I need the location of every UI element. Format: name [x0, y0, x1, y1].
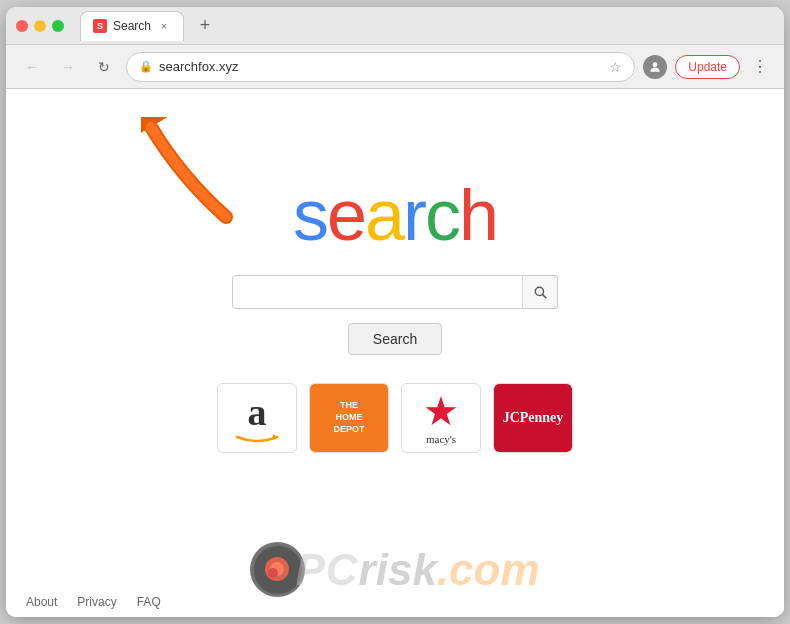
logo-letter-s: s — [293, 175, 327, 255]
logo-letter-h: h — [459, 175, 497, 255]
svg-point-5 — [265, 557, 289, 581]
search-logo: search — [293, 179, 497, 251]
tab-favicon: S — [93, 19, 107, 33]
maximize-button[interactable] — [52, 20, 64, 32]
shortcuts-row: a THEHOMEDEPOT ★ m — [217, 383, 573, 453]
svg-point-6 — [270, 562, 284, 576]
arrow-annotation — [141, 117, 271, 232]
close-button[interactable] — [16, 20, 28, 32]
svg-line-3 — [543, 295, 546, 298]
update-button[interactable]: Update — [675, 55, 740, 79]
search-button[interactable]: Search — [348, 323, 442, 355]
logo-letter-r: r — [403, 175, 425, 255]
tab-title: Search — [113, 19, 151, 33]
search-box-container — [232, 275, 558, 309]
shortcut-amazon[interactable]: a — [217, 383, 297, 453]
footer-privacy[interactable]: Privacy — [77, 595, 116, 609]
footer-links: About Privacy FAQ — [6, 587, 784, 617]
jcp-text: JCPenney — [503, 410, 564, 426]
logo-letter-c: c — [425, 175, 459, 255]
search-icon-button[interactable] — [522, 275, 558, 309]
homedepot-text: THEHOMEDEPOT — [333, 400, 364, 435]
search-input[interactable] — [232, 275, 522, 309]
jcp-logo: JCPenney — [494, 384, 572, 452]
homedepot-logo: THEHOMEDEPOT — [310, 384, 388, 452]
tab-bar: S Search × + — [80, 11, 774, 41]
url-text: searchfox.xyz — [159, 59, 603, 74]
svg-point-7 — [268, 568, 278, 578]
tab-close-button[interactable]: × — [157, 19, 171, 33]
forward-button[interactable]: → — [54, 53, 82, 81]
title-bar: S Search × + — [6, 7, 784, 45]
logo-letter-a: a — [365, 175, 403, 255]
macys-star-icon: ★ — [423, 391, 459, 431]
shortcut-macys[interactable]: ★ macy's — [401, 383, 481, 453]
footer-about[interactable]: About — [26, 595, 57, 609]
menu-button[interactable]: ⋮ — [748, 57, 772, 76]
nav-bar: ← → ↻ 🔒 searchfox.xyz ☆ Update ⋮ — [6, 45, 784, 89]
svg-point-0 — [653, 62, 658, 67]
active-tab[interactable]: S Search × — [80, 11, 184, 41]
back-button[interactable]: ← — [18, 53, 46, 81]
macys-label: macy's — [426, 433, 456, 445]
page-content: search Search a — [6, 89, 784, 617]
shortcut-jcpenney[interactable]: JCPenney — [493, 383, 573, 453]
shortcut-homedepot[interactable]: THEHOMEDEPOT — [309, 383, 389, 453]
new-tab-button[interactable]: + — [192, 13, 218, 39]
lock-icon: 🔒 — [139, 60, 153, 73]
traffic-lights — [16, 20, 64, 32]
logo-letter-e: e — [327, 175, 365, 255]
footer-faq[interactable]: FAQ — [137, 595, 161, 609]
profile-icon[interactable] — [643, 55, 667, 79]
browser-window: S Search × + ← → ↻ 🔒 searchfox.xyz ☆ Upd… — [6, 7, 784, 617]
minimize-button[interactable] — [34, 20, 46, 32]
svg-marker-4 — [273, 434, 278, 440]
bookmark-icon[interactable]: ☆ — [609, 59, 622, 75]
reload-button[interactable]: ↻ — [90, 53, 118, 81]
address-bar[interactable]: 🔒 searchfox.xyz ☆ — [126, 52, 635, 82]
